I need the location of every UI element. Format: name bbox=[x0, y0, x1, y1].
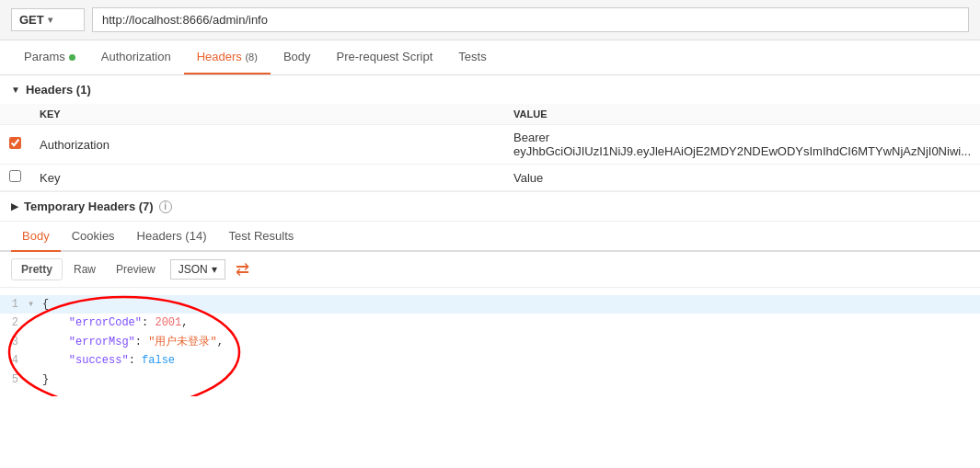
line-content-1: { bbox=[42, 295, 980, 314]
preview-button[interactable]: Preview bbox=[107, 259, 165, 280]
response-toolbar: Pretty Raw Preview JSON ▾ ⇄ bbox=[0, 252, 980, 288]
line-num-5: 5 bbox=[0, 371, 28, 389]
method-select[interactable]: GET ▾ bbox=[11, 8, 85, 31]
url-bar: GET ▾ bbox=[0, 0, 980, 40]
tab-cookies[interactable]: Cookies bbox=[61, 222, 126, 252]
tab-response-body[interactable]: Body bbox=[11, 222, 61, 252]
tab-prerequest[interactable]: Pre-request Script bbox=[324, 40, 446, 74]
tab-headers[interactable]: Headers (8) bbox=[184, 40, 271, 74]
temp-headers-label: Temporary Headers (7) bbox=[24, 200, 154, 213]
val-errorMsg: "用户未登录" bbox=[148, 336, 216, 348]
response-area: Pretty Raw Preview JSON ▾ ⇄ 1 ▾ { 2 "err… bbox=[0, 252, 980, 396]
code-area: 1 ▾ { 2 "errorCode": 2001, 3 "errorMsg":… bbox=[0, 288, 980, 396]
line-num-2: 2 bbox=[0, 314, 28, 332]
line-arrow-1: ▾ bbox=[28, 295, 42, 314]
tab-tests[interactable]: Tests bbox=[445, 40, 499, 74]
key-success: "success" bbox=[69, 354, 129, 367]
line-num-4: 4 bbox=[0, 351, 28, 370]
line-content-2: "errorCode": 2001, bbox=[42, 314, 980, 332]
code-line-2: 2 "errorCode": 2001, bbox=[0, 314, 980, 332]
code-line-1: 1 ▾ { bbox=[0, 295, 980, 314]
format-select[interactable]: JSON ▾ bbox=[170, 259, 225, 280]
table-row: Authorization Bearer eyJhbGciOiJIUzI1NiJ… bbox=[0, 125, 980, 165]
tab-authorization[interactable]: Authorization bbox=[88, 40, 184, 74]
tab-test-results[interactable]: Test Results bbox=[217, 222, 305, 252]
row-value[interactable]: Bearer eyJhbGciOiJIUzI1NiJ9.eyJleHAiOjE2… bbox=[504, 125, 980, 165]
line-num-3: 3 bbox=[0, 333, 28, 351]
headers-section-label: Headers (1) bbox=[26, 83, 91, 97]
headers-badge: (8) bbox=[245, 51, 257, 63]
col-value: VALUE bbox=[504, 104, 980, 125]
raw-button[interactable]: Raw bbox=[64, 259, 105, 280]
headers-collapse-arrow: ▼ bbox=[11, 85, 20, 95]
line-content-5: } bbox=[42, 371, 980, 389]
row-key[interactable]: Authorization bbox=[30, 125, 504, 165]
headers-section-title[interactable]: ▼ Headers (1) bbox=[0, 75, 980, 104]
row-checkbox-cell bbox=[0, 125, 30, 165]
key-errorCode: "errorCode" bbox=[69, 316, 142, 329]
headers-table: KEY VALUE Authorization Bearer eyJhbGciO… bbox=[0, 104, 980, 191]
format-chevron: ▾ bbox=[212, 263, 217, 276]
format-label: JSON bbox=[179, 263, 208, 276]
empty-row-checkbox[interactable] bbox=[9, 170, 21, 182]
col-key: KEY bbox=[30, 104, 504, 125]
tab-params[interactable]: Params bbox=[11, 40, 88, 74]
tab-body[interactable]: Body bbox=[271, 40, 324, 74]
line-content-3: "errorMsg": "用户未登录", bbox=[42, 333, 980, 351]
empty-row-value[interactable]: Value bbox=[504, 165, 980, 191]
top-tabs: Params Authorization Headers (8) Body Pr… bbox=[0, 40, 980, 75]
method-label: GET bbox=[19, 13, 44, 27]
bottom-tabs: Body Cookies Headers (14) Test Results bbox=[0, 222, 980, 252]
pretty-button[interactable]: Pretty bbox=[11, 258, 63, 280]
line-num-1: 1 bbox=[0, 295, 28, 314]
val-success: false bbox=[142, 354, 175, 367]
empty-table-row: Key Value bbox=[0, 165, 980, 191]
url-input[interactable] bbox=[92, 7, 969, 32]
wrap-icon[interactable]: ⇄ bbox=[231, 257, 255, 281]
code-line-4: 4 "success": false bbox=[0, 351, 980, 370]
temp-headers-arrow: ▶ bbox=[11, 201, 18, 211]
info-icon[interactable]: i bbox=[159, 200, 172, 213]
line-content-4: "success": false bbox=[42, 351, 980, 370]
code-line-5: 5 } bbox=[0, 371, 980, 389]
empty-checkbox-cell bbox=[0, 165, 30, 191]
empty-row-key[interactable]: Key bbox=[30, 165, 504, 191]
temp-headers-section[interactable]: ▶ Temporary Headers (7) i bbox=[0, 192, 980, 222]
key-errorMsg: "errorMsg" bbox=[69, 336, 135, 348]
code-line-3: 3 "errorMsg": "用户未登录", bbox=[0, 333, 980, 351]
row-checkbox[interactable] bbox=[9, 137, 21, 149]
params-dot bbox=[69, 54, 75, 61]
headers-section: ▼ Headers (1) KEY VALUE Authorization Be… bbox=[0, 75, 980, 192]
col-check bbox=[0, 104, 30, 125]
method-chevron: ▾ bbox=[48, 15, 52, 25]
val-errorCode: 2001 bbox=[155, 316, 181, 329]
tab-response-headers[interactable]: Headers (14) bbox=[126, 222, 218, 252]
